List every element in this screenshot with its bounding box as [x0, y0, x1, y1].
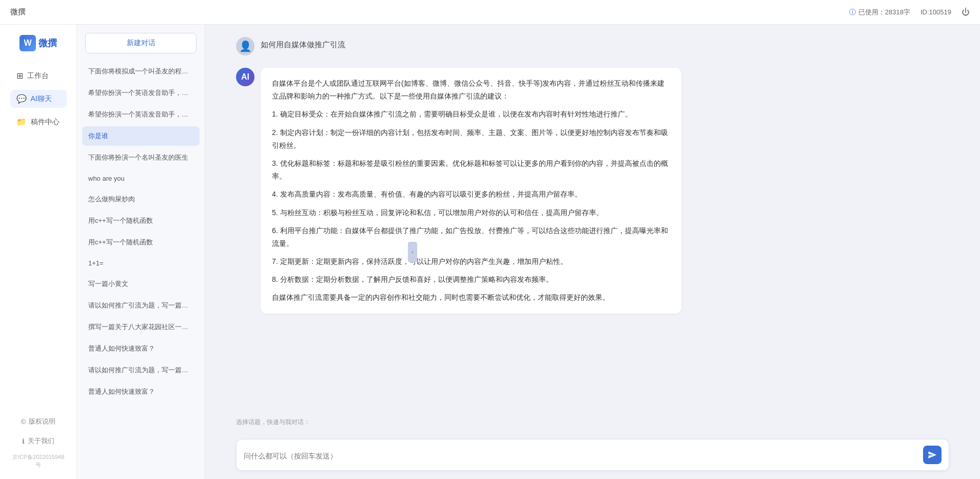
- topbar-right: ⓘ 已使用：28318字 ID:100519 ⏻: [849, 8, 970, 17]
- user-message-row: 👤 如何用自媒体做推广引流: [236, 37, 949, 55]
- conversation-item[interactable]: 怎么做狗屎炒肉: [82, 189, 200, 209]
- topbar-title: 微撰: [10, 7, 26, 17]
- copyright-item[interactable]: © 版权说明: [21, 414, 56, 429]
- conversation-list: 下面你将模拟成一个叫圣友的程序员，我说...希望你扮演一个英语发音助手，我提供给…: [77, 62, 205, 479]
- about-icon: ℹ: [22, 437, 25, 445]
- ai-response-paragraph: 8. 分析数据：定期分析数据，了解用户反馈和喜好，以便调整推广策略和内容发布频率…: [272, 273, 670, 286]
- ai-message-content: 自媒体平台是个人或团队通过互联网平台(如博客、微博、微信公众号、抖音、快手等)发…: [261, 68, 681, 314]
- info-icon: ⓘ: [849, 8, 856, 17]
- quick-topics-area: 选择话题，快速与我对话：: [205, 413, 980, 434]
- conversation-item[interactable]: 1+1=: [82, 254, 200, 272]
- conversation-item[interactable]: 撰写一篇关于八大家花园社区一刻钟便民生...: [82, 317, 200, 337]
- workbench-icon: ⊞: [16, 71, 23, 81]
- ai-response-paragraph: 4. 发布高质量内容：发布高质量、有价值、有趣的内容可以吸引更多的粉丝，并提高用…: [272, 188, 670, 201]
- sidebar-footer: © 版权说明 ℹ 关于我们 京ICP备2022015948号: [0, 414, 76, 469]
- icp-text: 京ICP备2022015948号: [10, 453, 66, 469]
- power-icon[interactable]: ⏻: [962, 8, 970, 17]
- conversation-item[interactable]: 请以如何推广引流为题，写一篇大纲: [82, 360, 200, 380]
- new-conversation-button[interactable]: 新建对话: [85, 33, 197, 53]
- about-item[interactable]: ℹ 关于我们: [22, 434, 54, 448]
- conversation-item[interactable]: 希望你扮演一个英语发音助手，我提供给你...: [82, 105, 200, 124]
- ai-response-paragraph: 7. 定期更新：定期更新内容，保持活跃度，可以让用户对你的内容产生兴趣，增加用户…: [272, 255, 670, 268]
- send-icon: [928, 450, 937, 459]
- conversation-item[interactable]: 下面你将扮演一个名叫圣友的医生: [82, 148, 200, 167]
- nav-drafts[interactable]: 📁 稿件中心: [10, 113, 67, 131]
- ai-response-paragraph: 1. 确定目标受众：在开始自媒体推广引流之前，需要明确目标受众是谁，以便在发布内…: [272, 108, 670, 121]
- nav-ai-chat-label: AI聊天: [31, 94, 52, 104]
- collapse-panel-button[interactable]: ‹: [408, 242, 417, 262]
- nav-workbench[interactable]: ⊞ 工作台: [10, 67, 67, 85]
- nav-workbench-label: 工作台: [27, 71, 49, 81]
- chat-input[interactable]: [244, 452, 918, 464]
- ai-chat-icon: 💬: [16, 94, 27, 104]
- ai-response-paragraph: 3. 优化标题和标签：标题和标签是吸引粉丝的重要因素。优化标题和标签可以让更多的…: [272, 157, 670, 183]
- topbar: 微撰 ⓘ 已使用：28318字 ID:100519 ⏻: [0, 0, 980, 25]
- conversation-item[interactable]: who are you: [82, 169, 200, 187]
- left-sidebar: W 微撰 ⊞ 工作台 💬 AI聊天 📁 稿件中心 © 版权说明 ℹ 关于我们 京…: [0, 25, 77, 479]
- send-button[interactable]: [923, 446, 942, 464]
- ai-response-paragraph: 2. 制定内容计划：制定一份详细的内容计划，包括发布时间、频率、主题、文案、图片…: [272, 126, 670, 152]
- copyright-label: 版权说明: [29, 417, 55, 426]
- conversation-item[interactable]: 用c++写一个随机函数: [82, 233, 200, 252]
- nav-ai-chat[interactable]: 💬 AI聊天: [10, 90, 67, 108]
- conversation-panel: 新建对话 下面你将模拟成一个叫圣友的程序员，我说...希望你扮演一个英语发音助手…: [77, 25, 205, 479]
- conversation-item[interactable]: 请以如何推广引流为题，写一篇大纲: [82, 296, 200, 315]
- conversation-item[interactable]: 普通人如何快速致富？: [82, 382, 200, 401]
- logo-text: 微撰: [38, 37, 57, 49]
- usage-info: ⓘ 已使用：28318字: [849, 8, 910, 17]
- ai-response-paragraph: 6. 利用平台推广功能：自媒体平台都提供了推广功能，如广告投放、付费推广等，可以…: [272, 224, 670, 250]
- id-label: ID:100519: [920, 8, 951, 16]
- ai-response-bubble: 自媒体平台是个人或团队通过互联网平台(如博客、微博、微信公众号、抖音、快手等)发…: [261, 68, 681, 314]
- logo-area: W 微撰: [19, 35, 57, 51]
- ai-response-paragraph: 5. 与粉丝互动：积极与粉丝互动，回复评论和私信，可以增加用户对你的认可和信任，…: [272, 206, 670, 219]
- conversation-item[interactable]: 希望你扮演一个英语发音助手，我提供给你...: [82, 83, 200, 103]
- chat-messages: 👤 如何用自媒体做推广引流 AI 自媒体平台是个人或团队通过互联网平台(如博客、…: [205, 25, 980, 413]
- user-avatar: 👤: [236, 37, 254, 55]
- user-message-content: 如何用自媒体做推广引流: [261, 37, 345, 50]
- ai-avatar-icon: AI: [241, 72, 249, 82]
- conversation-item[interactable]: 普通人如何快速致富？: [82, 339, 200, 358]
- input-area: [205, 434, 980, 479]
- nav-drafts-label: 稿件中心: [31, 118, 60, 127]
- usage-label: 已使用：28318字: [858, 8, 910, 17]
- drafts-icon: 📁: [16, 117, 27, 127]
- ai-message-row: AI 自媒体平台是个人或团队通过互联网平台(如博客、微博、微信公众号、抖音、快手…: [236, 68, 949, 314]
- conversation-item[interactable]: 下面你将模拟成一个叫圣友的程序员，我说...: [82, 62, 200, 81]
- copyright-icon: ©: [21, 418, 26, 426]
- logo-w-icon: W: [19, 35, 36, 51]
- ai-response-paragraph: 自媒体推广引流需要具备一定的内容创作和社交能力，同时也需要不断尝试和优化，才能取…: [272, 291, 670, 304]
- ai-avatar: AI: [236, 68, 254, 86]
- input-wrapper: [236, 439, 949, 471]
- user-question-text: 如何用自媒体做推广引流: [261, 37, 345, 50]
- about-label: 关于我们: [28, 436, 54, 446]
- conversation-item[interactable]: 用c++写一个随机函数: [82, 211, 200, 231]
- ai-response-paragraph: 自媒体平台是个人或团队通过互联网平台(如博客、微博、微信公众号、抖音、快手等)发…: [272, 77, 670, 103]
- chat-area: 👤 如何用自媒体做推广引流 AI 自媒体平台是个人或团队通过互联网平台(如博客、…: [205, 25, 980, 479]
- conversation-item[interactable]: 你是谁: [82, 126, 200, 146]
- quick-topics-label: 选择话题，快速与我对话：: [236, 418, 949, 427]
- conversation-item[interactable]: 写一篇小黄文: [82, 274, 200, 294]
- user-avatar-icon: 👤: [239, 40, 252, 52]
